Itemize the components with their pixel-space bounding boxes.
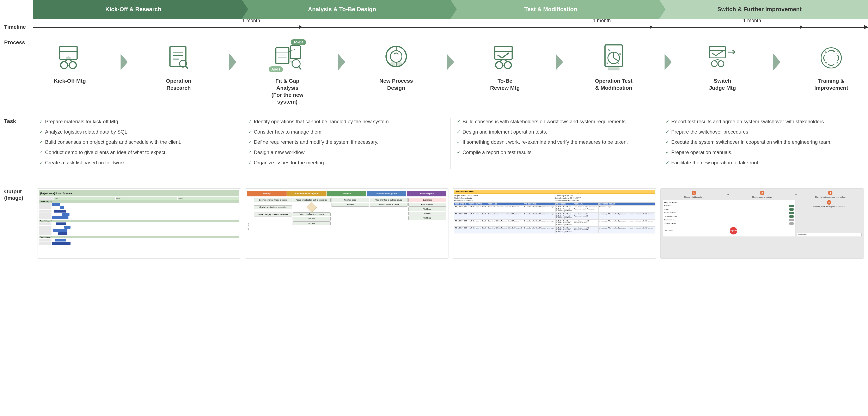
process-item-tobe-review: To-BeReview Mtg — [482, 41, 528, 92]
tc-col-scenario: TEST SCENARIO — [468, 203, 487, 205]
ss-option-allinone: All-in-One — [664, 204, 794, 208]
tobe-review-label: To-BeReview Mtg — [490, 77, 520, 92]
gantt-sub-header: Week 1 Week 2 Week 3 — [39, 197, 239, 200]
task-item: ✓ Execute the system switchover in coope… — [665, 138, 862, 146]
task-text: Facilitate the new operation to take roo… — [671, 159, 760, 166]
tc-cell: verify the login of Gmail — [468, 212, 487, 219]
tc-cell: 1. Enter User Name2. Enter Password3. Cl… — [556, 219, 573, 226]
task-item: ✓ Facilitate the new operation to take r… — [665, 159, 862, 166]
ss-step-3: 3 Click the button or press your hotkey. — [799, 191, 862, 198]
screenshot-mock: 1 Choose what to capture. → 2 Choose cap… — [661, 189, 864, 258]
flow-col-4: User analytics to find root cause Presen… — [370, 198, 408, 256]
ss-toggle[interactable] — [789, 212, 794, 214]
tc-cell: 1. Need a valid Gmail Account to do logi… — [523, 212, 556, 219]
tc-cell: verify the login of Gmail — [468, 226, 487, 233]
phase-kick-off: Kick-Off & Research — [33, 0, 242, 19]
phase-label-test: Test & Modification — [524, 6, 577, 12]
task-text: Conduct demo to give clients an idea of … — [45, 149, 167, 156]
tc-table: TEST CASE ID TEST SCENARIO TEST CASE PRE… — [454, 202, 655, 233]
task-item: ✓ Define requirements and modify the sys… — [248, 138, 444, 146]
task-text: Prepare operation manuals. — [671, 149, 733, 156]
flow-col-2: Assign investigation task to specialists… — [292, 198, 331, 256]
task-row: Task ✓ Prepare materials for kick-off Mt… — [0, 112, 868, 184]
arrow-sep-2 — [229, 41, 237, 70]
flow-seg-respond: Deisin Respond — [407, 191, 446, 196]
arrow-sep-4 — [447, 41, 454, 70]
month2-line — [551, 27, 650, 27]
svg-text:P: P — [825, 51, 827, 54]
ss-option-cursor: Capture Cursor — [664, 218, 794, 222]
svg-point-32 — [504, 62, 511, 69]
svg-text:C: C — [617, 61, 619, 64]
ss-open-editor[interactable]: Open Editor — [797, 233, 862, 237]
svg-text:A: A — [836, 51, 838, 54]
timeline-content: 1 month 1 month 1 month — [33, 19, 868, 35]
ss-option-label: 5 Second Delay — [664, 222, 676, 224]
ss-panel-area: Snip & Capture All-in-One Image Preview … — [663, 200, 862, 237]
check-icon: ✓ — [665, 129, 669, 135]
ss-step-text-2: Choose capture options. — [752, 196, 772, 198]
svg-point-31 — [496, 62, 503, 69]
task-item: ✓ Build consensus on project goals and s… — [39, 138, 236, 146]
task-item: ✓ Organize issues for the meeting. — [248, 159, 444, 166]
svg-rect-44 — [608, 67, 619, 70]
svg-point-3 — [69, 62, 76, 69]
task-text: Build consensus with stakeholders on wor… — [463, 118, 627, 125]
chevron-6 — [664, 54, 672, 70]
svg-point-20 — [292, 60, 300, 68]
task-item: ✓ Conduct demo to give clients an idea o… — [39, 149, 236, 156]
arrow-sep-6 — [664, 41, 672, 70]
flow-box: Text here — [292, 221, 331, 225]
arrow-sep-1 — [121, 41, 128, 70]
ss-option-preview: Preview in Editor — [664, 211, 794, 215]
month2-tip — [650, 25, 653, 29]
tc-row-002: TC_LOGIN_002 verify the login of Gmail E… — [454, 212, 655, 219]
tobe-badge: To-Be — [291, 39, 306, 45]
output-content: [Project Name] Project Schedule Week 1 W… — [33, 188, 868, 259]
month1-tip — [300, 25, 302, 29]
svg-rect-14 — [276, 48, 289, 64]
ss-option-label: Copy to Clipboard — [664, 216, 677, 217]
ss-toggle-off[interactable] — [789, 219, 794, 221]
flow-seg-identify: Identify — [247, 191, 286, 196]
check-icon: ✓ — [457, 149, 461, 156]
task-text: Execute the system switchover in coopera… — [671, 138, 832, 146]
process-row: Process Kick-Off Mtg — [0, 35, 868, 112]
flow-seg-detailed: Detailed Investigation — [367, 191, 406, 196]
training-label: Training &Improvement — [814, 77, 848, 92]
ss-step-text-1: Choose what to capture. — [684, 196, 704, 198]
ss-capture-button[interactable]: Capture — [730, 227, 737, 234]
fit-gap-icon: To-Be As-Is — [271, 41, 304, 74]
tc-cell: Enter valid User Name and invalid Passwo… — [487, 212, 523, 219]
ss-toggle-off[interactable] — [789, 222, 794, 225]
ss-toggle[interactable] — [789, 208, 794, 211]
task-column-1: ✓ Prepare materials for kick-off Mtg. ✓ … — [33, 118, 242, 169]
task-item: ✓ Build consensus with stakeholders on w… — [457, 118, 653, 125]
flow-box: Notice changing business behaviour — [254, 213, 292, 217]
ss-option-clipboard: Copy to Clipboard — [664, 215, 794, 218]
tc-col-data: TEST DATA — [573, 203, 598, 205]
operation-test-icon: A D C B — [597, 41, 630, 74]
process-content: Kick-Off Mtg OperationResearch — [33, 39, 868, 107]
flow-col-1: Discover external threats or issues ↓ Id… — [254, 198, 292, 256]
ss-toggle[interactable] — [789, 205, 794, 207]
ss-panel-title: Snip & Capture — [664, 201, 794, 204]
tc-col-case: TEST CASE — [487, 203, 523, 205]
tc-cell: Enter invalid User Name and invalid Pass… — [487, 226, 523, 233]
flow-box: Present visuals of cause — [370, 203, 408, 206]
svg-point-28 — [391, 62, 395, 67]
tc-cell: Enter invalid User Name and valid Passwo… — [487, 219, 523, 226]
tc-cell: A message 'The email and password you en… — [598, 212, 655, 219]
flow-box: Assign investigation task to specialists — [292, 198, 331, 202]
check-icon: ✓ — [39, 129, 43, 135]
check-icon: ✓ — [39, 160, 43, 166]
flow-seg-prelim: Preliminary Investigation — [287, 191, 327, 196]
flow-box: User analytics to find root cause — [370, 198, 408, 202]
flow-arrow: ↓ — [273, 210, 274, 212]
task-text: Prepare materials for kick-off Mtg. — [45, 118, 120, 125]
gantt-header: [Project Name] Project Schedule — [39, 190, 239, 196]
ss-toggle[interactable] — [789, 215, 794, 218]
flow-col-5: Quarantine Build solutions Text here Tex… — [408, 198, 446, 256]
task-text: Build consensus on project goals and sch… — [45, 138, 181, 146]
check-icon: ✓ — [457, 139, 461, 146]
